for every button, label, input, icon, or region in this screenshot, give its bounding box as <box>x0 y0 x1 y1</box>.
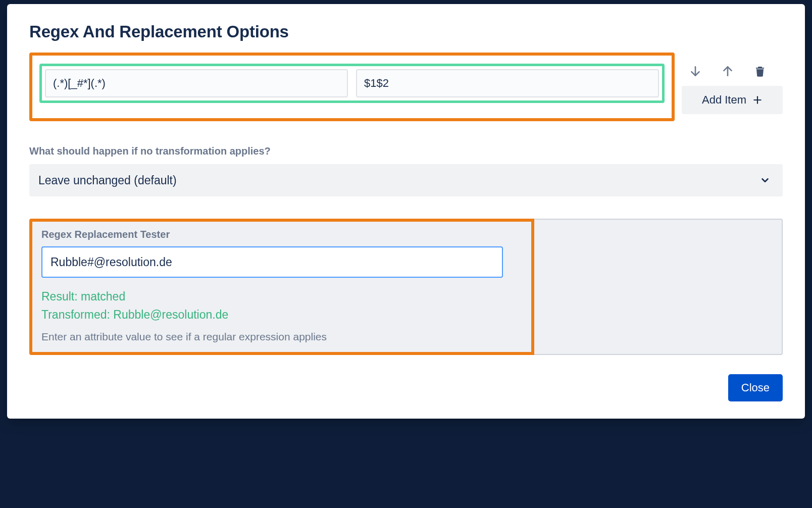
regex-pattern-input[interactable] <box>45 69 348 97</box>
tester-panel-right <box>534 219 783 355</box>
move-down-icon[interactable] <box>688 64 703 79</box>
move-up-icon[interactable] <box>720 64 735 79</box>
add-item-label: Add Item <box>702 93 746 107</box>
fallback-select[interactable]: Leave unchanged (default) <box>29 164 783 196</box>
rules-area: Add Item <box>29 53 783 121</box>
tester-input[interactable] <box>41 246 503 278</box>
fallback-selected-value: Leave unchanged (default) <box>38 174 177 187</box>
modal-footer: Close <box>29 374 783 401</box>
fallback-label: What should happen if no transformation … <box>29 145 783 157</box>
rules-list-highlight <box>29 53 675 121</box>
delete-icon[interactable] <box>752 64 768 79</box>
modal-title: Regex And Replacement Options <box>29 22 783 41</box>
tester-title: Regex Replacement Tester <box>41 229 522 240</box>
tester-transformed-line: Transformed: Rubble@resolution.de <box>41 306 522 324</box>
result-value: matched <box>81 290 125 303</box>
tester-row: Regex Replacement Tester Result: matched… <box>29 219 783 355</box>
regex-replacement-input[interactable] <box>356 69 659 97</box>
chevron-down-icon <box>759 175 771 186</box>
rule-icon-row <box>682 64 783 79</box>
tester-result-line: Result: matched <box>41 288 522 306</box>
tester-helper: Enter an attribute value to see if a reg… <box>41 331 522 343</box>
transformed-value: Rubble@resolution.de <box>113 308 228 321</box>
regex-options-modal: Regex And Replacement Options Add <box>7 4 805 419</box>
rules-actions: Add Item <box>682 53 783 114</box>
rule-row <box>39 64 665 103</box>
transformed-label: Transformed: <box>41 308 110 321</box>
add-item-button[interactable]: Add Item <box>682 86 783 114</box>
result-label: Result: <box>41 290 78 303</box>
plus-icon <box>752 95 763 105</box>
tester-panel-highlight: Regex Replacement Tester Result: matched… <box>29 219 534 355</box>
close-button[interactable]: Close <box>728 374 783 401</box>
